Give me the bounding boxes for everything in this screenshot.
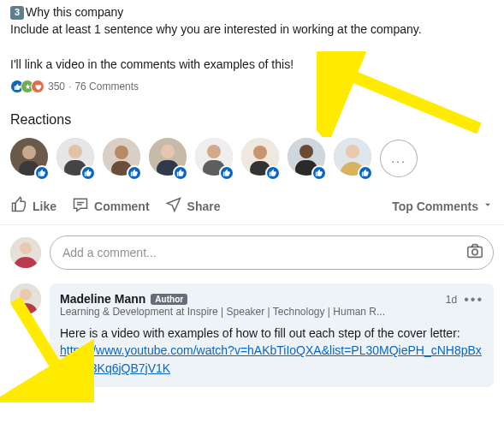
current-user-avatar[interactable] [10, 237, 41, 268]
post-body: 3Why this company Include at least 1 sen… [0, 0, 504, 74]
post-line-1: 3Why this company [10, 3, 494, 21]
share-icon [165, 196, 182, 216]
like-icon [173, 165, 188, 181]
reactor-avatar[interactable] [149, 138, 187, 179]
commenter-avatar[interactable] [10, 283, 41, 314]
reactor-avatar[interactable] [103, 138, 140, 179]
svg-point-13 [207, 145, 221, 158]
sort-comments-button[interactable]: Top Comments [392, 199, 494, 213]
svg-rect-25 [468, 247, 483, 258]
svg-point-22 [346, 145, 359, 158]
like-icon [219, 165, 234, 181]
reactor-avatar[interactable] [334, 138, 371, 179]
author-badge: Author [151, 294, 187, 305]
comment-card: Madeline Mann Author Learning & Developm… [50, 283, 494, 387]
comment-input-wrapper[interactable] [50, 235, 494, 270]
sort-label: Top Comments [392, 200, 478, 213]
reaction-stack [10, 80, 44, 93]
step-number-badge: 3 [10, 6, 24, 20]
comment-icon [72, 196, 89, 216]
comment-author-name[interactable]: Madeline Mann [60, 292, 145, 306]
svg-point-1 [22, 146, 36, 159]
svg-point-28 [20, 289, 32, 301]
like-icon [127, 165, 142, 181]
reactor-avatar[interactable] [195, 138, 233, 179]
svg-point-10 [161, 145, 175, 158]
chevron-down-icon [482, 199, 494, 213]
reactor-avatar[interactable] [10, 138, 48, 179]
reactor-avatar[interactable] [56, 138, 94, 179]
comment-row: Madeline Mann Author Learning & Developm… [0, 280, 504, 399]
svg-point-26 [472, 249, 477, 254]
svg-point-4 [68, 145, 82, 158]
comments-count[interactable]: 76 Comments [74, 80, 139, 92]
action-bar: Like Comment Share Top Comments [0, 188, 504, 225]
camera-icon[interactable] [465, 241, 484, 264]
like-icon [10, 196, 27, 216]
like-icon [34, 165, 50, 181]
svg-point-7 [115, 146, 128, 159]
comment-button[interactable]: Comment [72, 196, 150, 216]
share-button[interactable]: Share [165, 196, 221, 216]
svg-point-19 [299, 145, 313, 158]
like-icon [265, 165, 281, 181]
like-icon [80, 165, 96, 181]
reactions-block: Reactions [0, 100, 504, 188]
reactors-row: ... [10, 138, 494, 179]
svg-point-24 [20, 242, 32, 254]
comment-body: Here is a video with examples of how to … [60, 326, 460, 340]
post-line-2: Include at least 1 sentence why you are … [10, 21, 494, 38]
reactions-summary[interactable]: 350 · 76 Comments [0, 74, 504, 100]
reactor-avatar[interactable] [288, 138, 325, 179]
separator-dot: · [68, 80, 71, 92]
comment-input-row [0, 225, 504, 280]
like-label: Like [33, 200, 56, 213]
comment-input[interactable] [62, 246, 465, 259]
comment-menu-button[interactable]: ••• [464, 292, 483, 307]
like-icon [358, 165, 373, 181]
like-icon [311, 165, 327, 181]
more-reactors-button[interactable]: ... [380, 140, 418, 177]
heart-icon [31, 80, 44, 93]
reactor-avatar[interactable] [241, 138, 279, 179]
reactions-count: 350 [48, 80, 65, 92]
post-line-3: I'll link a video in the comments with e… [10, 56, 494, 73]
share-label: Share [187, 200, 221, 213]
svg-point-16 [253, 146, 267, 159]
comment-link[interactable]: https://www.youtube.com/watch?v=hAKbTiIo… [60, 343, 482, 374]
like-button[interactable]: Like [10, 196, 56, 216]
comment-author-headline: Learning & Development at Inspire | Spea… [60, 306, 441, 318]
comment-time: 1d [446, 294, 457, 306]
comment-label: Comment [94, 200, 150, 213]
post-line-1-text: Why this company [26, 5, 123, 19]
reactions-title: Reactions [10, 112, 494, 128]
